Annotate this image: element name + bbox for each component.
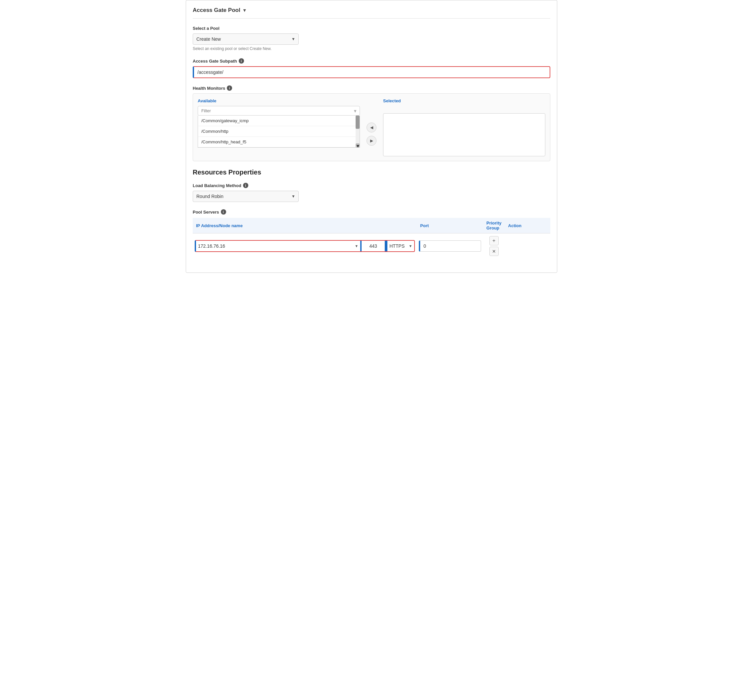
info-icon[interactable]: i: [221, 209, 226, 215]
health-monitors-group: Health Monitors i Available ▼ /Common/ga…: [193, 86, 550, 161]
section-title: Access Gate Pool: [193, 7, 240, 13]
action-cell: + ✕: [483, 234, 505, 259]
access-gate-subpath-label: Access Gate Subpath i: [193, 58, 550, 64]
list-item[interactable]: /Common/http_head_f5: [198, 137, 360, 147]
hm-columns: Available ▼ /Common/gateway_icmp /Common…: [198, 98, 545, 156]
table-row: 172.16.76.16 ▼ HTTPS ▼: [193, 234, 550, 259]
col-priority: Priority Group: [483, 218, 505, 234]
available-column: Available ▼ /Common/gateway_icmp /Common…: [198, 98, 360, 156]
filter-icon: ▼: [353, 108, 357, 113]
load-balancing-group: Load Balancing Method i Round Robin ▼: [193, 183, 550, 202]
hm-arrows: ◀ ▶: [367, 98, 376, 156]
access-gate-subpath-input[interactable]: [193, 66, 550, 78]
select-pool-hint: Select an existing pool or select Create…: [193, 46, 550, 51]
list-item[interactable]: /Common/http: [198, 126, 360, 137]
pool-servers-label: Pool Servers i: [193, 209, 550, 215]
select-pool-dropdown[interactable]: Create New: [193, 33, 299, 45]
resources-properties-heading: Resources Properties: [193, 169, 550, 176]
selected-column: Selected: [383, 98, 545, 156]
load-balancing-wrapper: Round Robin ▼: [193, 191, 299, 202]
info-icon[interactable]: i: [243, 183, 248, 188]
list-item[interactable]: /Common/gateway_icmp: [198, 115, 360, 126]
move-left-button[interactable]: ◀: [367, 123, 376, 132]
remove-row-button[interactable]: ✕: [489, 247, 499, 256]
priority-input[interactable]: [419, 240, 481, 252]
load-balancing-dropdown[interactable]: Round Robin: [193, 191, 299, 202]
ip-cell: 172.16.76.16 ▼ HTTPS ▼: [193, 234, 417, 259]
server-combined-cell: 172.16.76.16 ▼ HTTPS ▼: [195, 240, 415, 252]
select-pool-label: Select a Pool: [193, 26, 550, 31]
available-list: /Common/gateway_icmp /Common/http /Commo…: [198, 115, 360, 148]
section-header: Access Gate Pool ▼: [193, 7, 550, 19]
scrollbar-track: ▼: [355, 115, 360, 147]
col-port: Port: [417, 218, 483, 234]
filter-wrapper: ▼: [198, 106, 360, 115]
scroll-down-arrow[interactable]: ▼: [355, 144, 360, 147]
col-ip-address: IP Address/Node name: [193, 218, 417, 234]
selected-box: [383, 113, 545, 156]
pool-servers-group: Pool Servers i IP Address/Node name Port…: [193, 209, 550, 259]
load-balancing-label: Load Balancing Method i: [193, 183, 550, 188]
available-label: Available: [198, 98, 360, 103]
select-pool-wrapper: Create New ▼: [193, 33, 299, 45]
health-monitors-label: Health Monitors i: [193, 86, 550, 91]
https-wrapper: HTTPS ▼: [386, 241, 414, 251]
select-pool-group: Select a Pool Create New ▼ Select an exi…: [193, 26, 550, 51]
priority-cell: [417, 234, 483, 259]
info-icon[interactable]: i: [239, 58, 244, 64]
port-input[interactable]: [361, 241, 385, 251]
health-monitors-panel: Available ▼ /Common/gateway_icmp /Common…: [193, 93, 550, 161]
scrollbar-thumb[interactable]: [355, 115, 360, 129]
access-gate-subpath-group: Access Gate Subpath i: [193, 58, 550, 78]
info-icon[interactable]: i: [227, 86, 232, 91]
move-right-button[interactable]: ▶: [367, 136, 376, 146]
chevron-down-icon: ▼: [242, 7, 247, 13]
selected-label: Selected: [383, 98, 545, 103]
col-action: Action: [505, 218, 550, 234]
page-container: Access Gate Pool ▼ Select a Pool Create …: [186, 0, 557, 273]
pool-servers-table: IP Address/Node name Port Priority Group…: [193, 218, 550, 259]
chevron-down-icon: ▼: [407, 244, 414, 248]
action-buttons: + ✕: [485, 236, 503, 256]
chevron-down-icon: ▼: [353, 244, 360, 248]
table-header-row: IP Address/Node name Port Priority Group…: [193, 218, 550, 234]
add-row-button[interactable]: +: [489, 236, 499, 246]
ip-address-select[interactable]: 172.16.76.16: [196, 241, 353, 251]
filter-input[interactable]: [198, 106, 360, 115]
protocol-select[interactable]: HTTPS: [388, 241, 407, 251]
